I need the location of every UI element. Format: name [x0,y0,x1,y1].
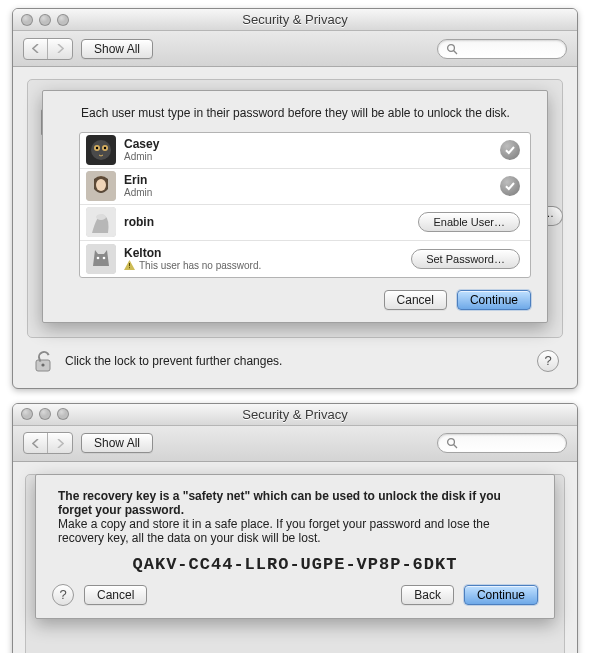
help-button[interactable]: ? [52,584,74,606]
continue-button[interactable]: Continue [457,290,531,310]
search-field[interactable] [437,39,567,59]
lock-text: Click the lock to prevent further change… [65,354,282,368]
recovery-key-value: QAKV-CC44-LLRO-UGPE-VP8P-6DKT [52,555,538,574]
content-area: ult… Each user must type in their passwo… [13,67,577,388]
unlocked-lock-icon[interactable] [31,348,57,374]
avatar [86,244,116,274]
user-name: Kelton [124,247,261,260]
svg-point-26 [41,363,44,366]
enabled-check-icon [500,176,520,196]
toolbar: Show All [13,31,577,67]
back-button[interactable] [24,433,48,453]
user-role: This user has no password. [124,260,261,271]
svg-point-22 [103,256,106,259]
recovery-key-sheet: The recovery key is a "safety net" which… [35,474,555,619]
enabled-check-icon [500,140,520,160]
warning-icon [124,260,135,270]
cancel-button[interactable]: Cancel [84,585,147,605]
svg-point-14 [104,147,106,149]
svg-line-28 [454,445,457,448]
search-icon [446,43,458,55]
back-button-sheet[interactable]: Back [401,585,454,605]
user-role: Admin [124,187,152,198]
enable-user-button[interactable]: Enable User… [418,212,520,232]
search-input[interactable] [463,43,558,55]
user-role: Admin [124,151,159,162]
user-name: robin [124,216,154,229]
continue-button[interactable]: Continue [464,585,538,605]
svg-point-10 [91,140,111,160]
user-row-kelton: Kelton This user has no password. Set Pa… [80,241,530,277]
traffic-lights [21,408,69,420]
user-row-robin: robin Enable User… [80,205,530,241]
zoom-icon[interactable] [57,14,69,26]
show-all-button[interactable]: Show All [81,39,153,59]
user-row-erin: Erin Admin [80,169,530,205]
svg-rect-24 [129,268,130,269]
help-button[interactable]: ? [537,350,559,372]
svg-line-1 [454,50,457,53]
window-recovery-key: Security & Privacy Show All [12,403,578,653]
user-name: Casey [124,138,159,151]
window-users: Security & Privacy Show All [12,8,578,389]
svg-point-19 [96,214,106,220]
nav-back-forward [23,432,73,454]
forward-button[interactable] [48,39,72,59]
back-button[interactable] [24,39,48,59]
enable-users-sheet: Each user must type in their password be… [42,90,548,323]
set-password-button[interactable]: Set Password… [411,249,520,269]
titlebar: Security & Privacy [13,404,577,426]
user-list: Casey Admin [79,132,531,278]
minimize-icon[interactable] [39,408,51,420]
avatar [86,135,116,165]
show-all-button[interactable]: Show All [81,433,153,453]
svg-point-27 [448,439,455,446]
minimize-icon[interactable] [39,14,51,26]
titlebar: Security & Privacy [13,9,577,31]
avatar [86,171,116,201]
close-icon[interactable] [21,408,33,420]
svg-point-13 [96,147,98,149]
lock-bar: Click the lock to prevent further change… [27,338,563,378]
svg-point-0 [448,44,455,51]
avatar [86,207,116,237]
sheet-subtext: Make a copy and store it in a safe place… [58,517,538,545]
window-title: Security & Privacy [13,407,577,422]
search-field[interactable] [437,433,567,453]
nav-back-forward [23,38,73,60]
sheet-message: Each user must type in their password be… [81,105,525,122]
zoom-icon[interactable] [57,408,69,420]
content-area: The recovery key is a "safety net" which… [13,462,577,653]
svg-point-17 [96,179,106,191]
user-name: Erin [124,174,152,187]
sheet-heading: The recovery key is a "safety net" which… [58,489,538,517]
user-row-casey: Casey Admin [80,133,530,169]
window-title: Security & Privacy [13,12,577,27]
forward-button[interactable] [48,433,72,453]
close-icon[interactable] [21,14,33,26]
svg-point-21 [97,256,100,259]
filevault-panel: ult… Each user must type in their passwo… [27,79,563,338]
traffic-lights [21,14,69,26]
cancel-button[interactable]: Cancel [384,290,447,310]
svg-rect-23 [129,263,130,266]
search-input[interactable] [463,437,558,449]
search-icon [446,437,458,449]
toolbar: Show All [13,426,577,462]
